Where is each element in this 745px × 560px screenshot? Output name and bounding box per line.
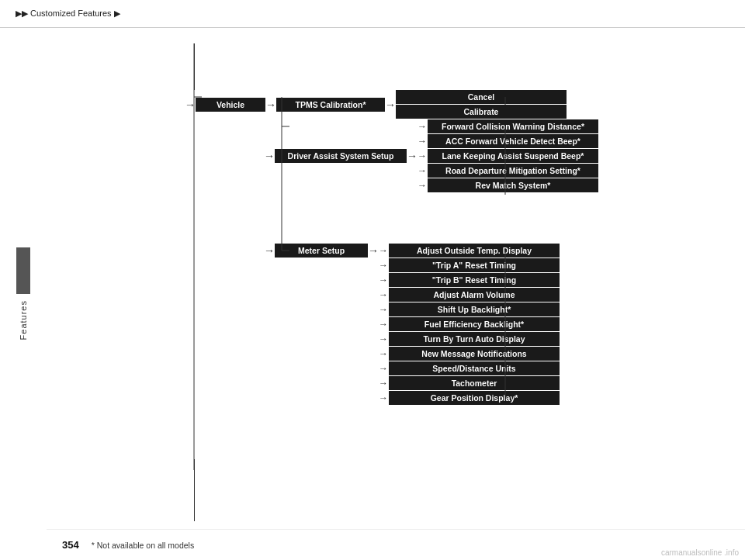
ms-child-10: → Tachometer bbox=[379, 376, 560, 390]
tpms-children: Cancel Calibrate bbox=[396, 90, 567, 119]
cancel-box: Cancel bbox=[396, 90, 567, 104]
turn-by-turn-box: Turn By Turn Auto Display bbox=[389, 332, 560, 346]
header-arrows: ▶▶ bbox=[16, 9, 28, 18]
ms-child-1: → Adjust Outside Temp. Display bbox=[379, 244, 560, 258]
watermark: carmanualsonline .info bbox=[655, 545, 745, 560]
alarm-volume-box: Adjust Alarm Volume bbox=[389, 288, 560, 302]
header: ▶▶ Customized Features ▶ bbox=[0, 0, 745, 28]
ms-child-5: → Shift Up Backlight* bbox=[379, 302, 560, 316]
da-child-row-3: → Lane Keeping Assist Suspend Beep* bbox=[418, 149, 598, 163]
driver-assist-row: → Driver Assist System Setup → → Forward… bbox=[264, 119, 598, 192]
meter-children: → Adjust Outside Temp. Display → "Trip A… bbox=[379, 244, 560, 405]
footer: 354 * Not available on all models bbox=[47, 529, 745, 560]
gear-position-box: Gear Position Display* bbox=[389, 391, 560, 405]
calibrate-box: Calibrate bbox=[396, 105, 567, 119]
ms-child-8: → New Message Notifications bbox=[379, 347, 560, 361]
meter-setup-box: Meter Setup bbox=[275, 244, 368, 258]
sidebar-label: Features bbox=[19, 300, 28, 340]
outside-temp-box: Adjust Outside Temp. Display bbox=[389, 244, 560, 258]
arrow-to-driver: → bbox=[264, 150, 275, 162]
shift-up-box: Shift Up Backlight* bbox=[389, 302, 560, 316]
da-child-row-1: → Forward Collision Warning Distance* bbox=[418, 119, 598, 133]
meter-setup-entry: → Meter Setup → bbox=[264, 244, 379, 258]
fuel-efficiency-box: Fuel Efficiency Backlight* bbox=[389, 317, 560, 331]
page-number: 354 bbox=[62, 539, 79, 551]
forward-collision-box: Forward Collision Warning Distance* bbox=[428, 119, 598, 133]
header-breadcrumb: ▶▶ Customized Features ▶ bbox=[16, 9, 120, 19]
tpms-label: TPMS Calibration* bbox=[295, 100, 366, 109]
header-title: Customized Features bbox=[30, 9, 112, 18]
acc-forward-box: ACC Forward Vehicle Detect Beep* bbox=[428, 134, 598, 148]
trip-a-box: "Trip A" Reset Timing bbox=[389, 258, 560, 272]
arrow-from-driver: → bbox=[407, 150, 418, 162]
header-suffix-arrow: ▶ bbox=[114, 9, 120, 18]
driver-assist-box: Driver Assist System Setup bbox=[275, 149, 407, 163]
v-line-bottom bbox=[194, 459, 195, 521]
arrow-to-meter: → bbox=[264, 244, 275, 257]
ms-child-6: → Fuel Efficiency Backlight* bbox=[379, 317, 560, 331]
ms-child-11: → Gear Position Display* bbox=[379, 391, 560, 405]
rev-match-box: Rev Match System* bbox=[428, 178, 598, 192]
arrow-from-vehicle: → bbox=[265, 99, 276, 111]
v-line-top bbox=[194, 43, 195, 90]
arrow-from-meter: → bbox=[368, 244, 379, 257]
arrow-to-vehicle: → bbox=[185, 99, 196, 111]
new-message-box: New Message Notifications bbox=[389, 347, 560, 361]
tachometer-box: Tachometer bbox=[389, 376, 560, 390]
da-child-row-5: → Rev Match System* bbox=[418, 178, 598, 192]
driver-assist-children: → Forward Collision Warning Distance* → … bbox=[418, 119, 598, 192]
da-child-row-4: → Road Departure Mitigation Setting* bbox=[418, 164, 598, 178]
ms-child-9: → Speed/Distance Units bbox=[379, 361, 560, 375]
ms-child-7: → Turn By Turn Auto Display bbox=[379, 332, 560, 346]
vehicle-row: → Vehicle → TPMS Calibration* → Cancel C… bbox=[185, 90, 567, 119]
speed-distance-box: Speed/Distance Units bbox=[389, 361, 560, 375]
arrow-to-tpms-children: → bbox=[385, 99, 396, 111]
road-departure-box: Road Departure Mitigation Setting* bbox=[428, 164, 598, 178]
sidebar-color-block bbox=[16, 247, 30, 294]
lane-keeping-box: Lane Keeping Assist Suspend Beep* bbox=[428, 149, 598, 163]
ms-child-4: → Adjust Alarm Volume bbox=[379, 288, 560, 302]
ms-child-2: → "Trip A" Reset Timing bbox=[379, 258, 560, 272]
sidebar: Features bbox=[0, 28, 47, 560]
footer-note: * Not available on all models bbox=[92, 541, 195, 550]
trip-b-box: "Trip B" Reset Timing bbox=[389, 273, 560, 287]
main-content: → Vehicle → TPMS Calibration* → Cancel C… bbox=[47, 28, 745, 529]
da-child-row-2: → ACC Forward Vehicle Detect Beep* bbox=[418, 134, 598, 148]
tpms-box: TPMS Calibration* bbox=[276, 98, 385, 112]
meter-setup-row: → Meter Setup → → Adjust Outside Temp. D… bbox=[264, 244, 560, 405]
ms-child-3: → "Trip B" Reset Timing bbox=[379, 273, 560, 287]
vehicle-box: Vehicle bbox=[196, 98, 265, 112]
